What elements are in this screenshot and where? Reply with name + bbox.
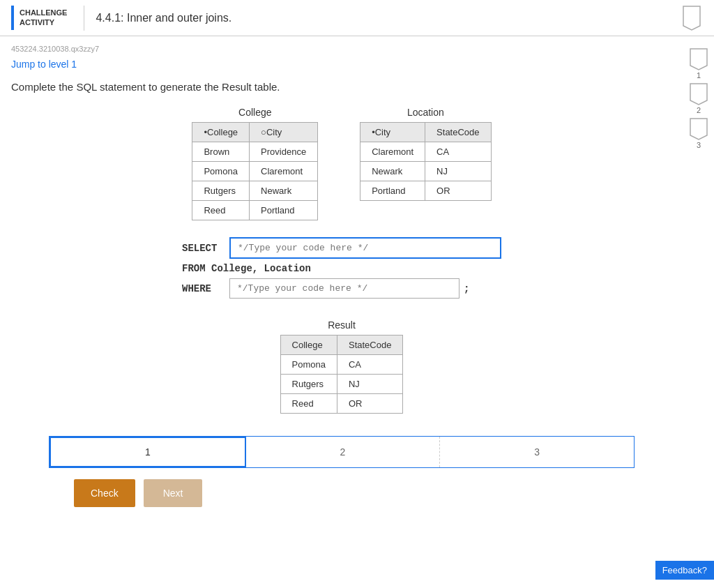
- progress-segment-3[interactable]: 3: [440, 437, 634, 467]
- college-col-header-1: ○City: [250, 123, 318, 142]
- right-sidebar: 1 2 3: [683, 42, 714, 155]
- jump-to-level-link[interactable]: Jump to level 1: [11, 59, 77, 70]
- semicolon: ;: [464, 283, 469, 294]
- select-input[interactable]: [229, 237, 501, 259]
- location-col-header-0: •City: [360, 123, 425, 142]
- sql-where-line: WHERE ;: [182, 278, 501, 299]
- buttons-area: Check Next: [11, 479, 672, 507]
- level-badge-2[interactable]: 2: [689, 82, 708, 114]
- sql-select-line: SELECT: [182, 237, 501, 259]
- table-row: ClaremontCA: [360, 142, 491, 162]
- college-table: •College ○City BrownProvidencePomonaClar…: [192, 122, 318, 220]
- select-keyword: SELECT: [182, 243, 224, 254]
- level-badge-3[interactable]: 3: [689, 117, 708, 149]
- result-title: Result: [328, 319, 356, 331]
- progress-segment-1[interactable]: 1: [50, 437, 246, 467]
- result-col-header-0: College: [280, 336, 337, 355]
- location-table: •City StateCode ClaremontCANewarkNJPortl…: [360, 122, 491, 201]
- page-title: 4.4.1: Inner and outer joins.: [96, 12, 231, 24]
- result-section: Result College StateCode PomonaCARutgers…: [11, 319, 672, 414]
- table-row: PortlandOR: [360, 181, 491, 201]
- next-button[interactable]: Next: [144, 479, 203, 507]
- location-table-title: Location: [407, 107, 444, 118]
- header-divider: [84, 6, 84, 31]
- progress-segment-2[interactable]: 2: [246, 437, 441, 467]
- location-col-header-1: StateCode: [425, 123, 491, 142]
- result-col-header-1: StateCode: [337, 336, 402, 355]
- table-row: NewarkNJ: [360, 162, 491, 181]
- table-row: PomonaCA: [280, 355, 403, 375]
- sql-area: SELECT FROM College, Location WHERE ;: [11, 237, 672, 303]
- level-badge-1[interactable]: 1: [689, 47, 708, 80]
- where-input[interactable]: [229, 278, 459, 299]
- table-row: BrownProvidence: [192, 142, 318, 162]
- table-row: PomonaClaremont: [192, 162, 318, 181]
- college-table-section: College •College ○City BrownProvidencePo…: [192, 107, 318, 220]
- header-badge-icon: [681, 5, 703, 31]
- instructions-text: Complete the SQL statement to generate t…: [11, 81, 672, 93]
- progress-bar: 1 2 3: [49, 436, 635, 468]
- from-static: FROM College, Location: [182, 263, 311, 274]
- session-id: 453224.3210038.qx3zzy7: [11, 45, 672, 53]
- header: CHALLENGE ACTIVITY 4.4.1: Inner and oute…: [0, 0, 714, 36]
- sql-from-line: FROM College, Location: [182, 263, 501, 274]
- where-keyword: WHERE: [182, 283, 224, 294]
- sql-block: SELECT FROM College, Location WHERE ;: [182, 237, 501, 303]
- check-button[interactable]: Check: [74, 479, 135, 507]
- result-table: College StateCode PomonaCARutgersNJReedO…: [280, 335, 404, 414]
- table-row: RutgersNewark: [192, 181, 318, 201]
- college-table-title: College: [238, 107, 271, 118]
- table-row: ReedOR: [280, 394, 403, 414]
- table-row: ReedPortland: [192, 201, 318, 220]
- table-row: RutgersNJ: [280, 375, 403, 394]
- main-content: 453224.3210038.qx3zzy7 Jump to level 1 C…: [0, 36, 683, 532]
- location-table-section: Location •City StateCode ClaremontCANewa…: [360, 107, 491, 220]
- college-col-header-0: •College: [192, 123, 250, 142]
- tables-area: College •College ○City BrownProvidencePo…: [11, 107, 672, 220]
- challenge-activity-label: CHALLENGE ACTIVITY: [11, 6, 73, 29]
